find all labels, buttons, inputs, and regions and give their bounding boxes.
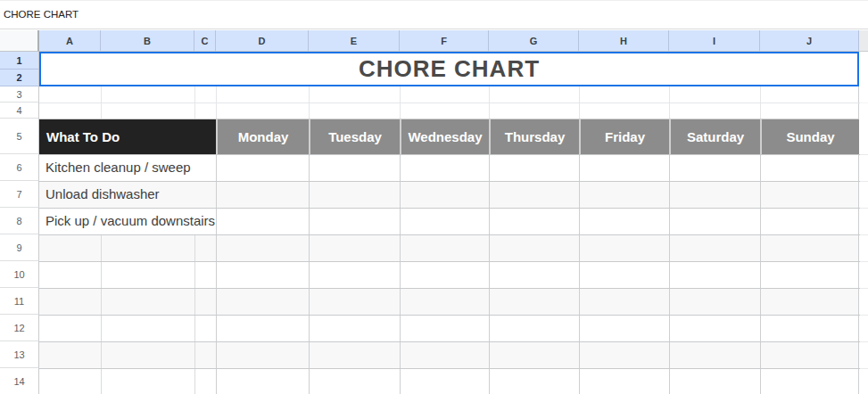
- select-all-corner[interactable]: [0, 30, 39, 52]
- gridline-h: [39, 341, 868, 342]
- gridline-h: [39, 261, 868, 262]
- row-header-11[interactable]: 11: [0, 288, 39, 315]
- row-header-14[interactable]: 14: [0, 368, 39, 394]
- row-header-12[interactable]: 12: [0, 315, 39, 341]
- row-header-1[interactable]: 1: [0, 52, 39, 70]
- day-header-thursday[interactable]: Thursday: [489, 119, 579, 154]
- column-header-h[interactable]: H: [579, 30, 669, 52]
- gridline-v: [216, 154, 217, 394]
- gridline-h: [39, 368, 868, 369]
- what-to-do-cell[interactable]: What To Do: [39, 119, 216, 154]
- column-header-e[interactable]: E: [309, 30, 400, 52]
- column-header-i[interactable]: I: [669, 30, 760, 52]
- spreadsheet-view: CHORE CHART CHORE CHART What To Do Monda…: [0, 0, 868, 394]
- day-header-monday[interactable]: Monday: [216, 119, 309, 154]
- row-banding: [39, 288, 859, 315]
- column-header-j[interactable]: J: [760, 30, 859, 52]
- row-header-13[interactable]: 13: [0, 341, 39, 368]
- title-cell[interactable]: CHORE CHART: [39, 52, 859, 86]
- column-header-c[interactable]: C: [194, 30, 216, 52]
- row-header-10[interactable]: 10: [0, 261, 39, 288]
- column-header-f[interactable]: F: [400, 30, 489, 52]
- gridline-h: [39, 288, 868, 289]
- column-header-d[interactable]: D: [216, 30, 309, 52]
- row-header-7[interactable]: 7: [0, 181, 39, 208]
- gridline-v: [760, 154, 761, 394]
- top-bar: CHORE CHART: [0, 1, 868, 29]
- day-header-friday[interactable]: Friday: [579, 119, 669, 154]
- chore-cell[interactable]: Unload dishwasher: [39, 181, 216, 208]
- header-overflow: [859, 30, 868, 52]
- row-header-2[interactable]: 2: [0, 70, 39, 86]
- row-header-8[interactable]: 8: [0, 208, 39, 234]
- row-header-6[interactable]: 6: [0, 154, 39, 181]
- gridline-v: [400, 154, 401, 394]
- table-header-row: What To Do Monday Tuesday Wednesday Thur…: [39, 119, 859, 154]
- title-cell-text: CHORE CHART: [359, 55, 540, 83]
- row-banding: [39, 234, 859, 261]
- chore-cell[interactable]: Pick up / vacuum downstairs: [39, 208, 216, 234]
- gridline-v: [309, 154, 310, 394]
- day-header-wednesday[interactable]: Wednesday: [400, 119, 489, 154]
- column-header-b[interactable]: B: [101, 30, 194, 52]
- gridline-v: [669, 154, 670, 394]
- gridline-v: [489, 154, 490, 394]
- document-title: CHORE CHART: [4, 9, 79, 20]
- row-header-9[interactable]: 9: [0, 234, 39, 261]
- day-header-saturday[interactable]: Saturday: [669, 119, 760, 154]
- gridline-h: [39, 103, 868, 103]
- column-header-g[interactable]: G: [489, 30, 579, 52]
- column-header-a[interactable]: A: [39, 30, 101, 52]
- row-header-5[interactable]: 5: [0, 119, 39, 154]
- gridline-v: [579, 154, 580, 394]
- day-header-tuesday[interactable]: Tuesday: [309, 119, 400, 154]
- day-header-sunday[interactable]: Sunday: [760, 119, 859, 154]
- chore-cell[interactable]: Kitchen cleanup / sweep: [39, 154, 216, 181]
- gridline-h: [39, 315, 868, 316]
- gridline-h: [39, 234, 868, 235]
- row-banding: [39, 341, 859, 368]
- row-header-3[interactable]: 3: [0, 86, 39, 103]
- past-last-column-area: [860, 86, 868, 394]
- row-header-4[interactable]: 4: [0, 103, 39, 119]
